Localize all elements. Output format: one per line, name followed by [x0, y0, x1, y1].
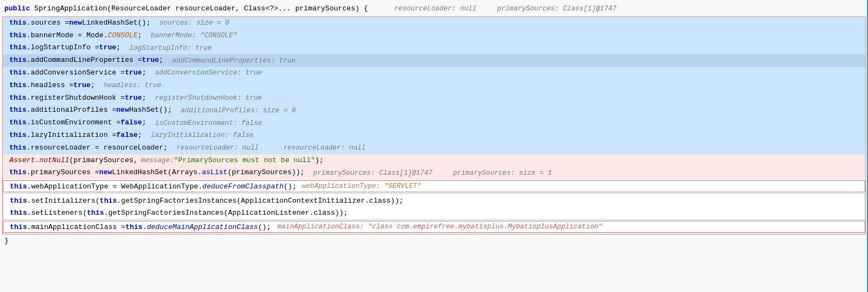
- line-set-listeners: this.setListeners(this.getSpringFactorie…: [10, 207, 860, 219]
- line-assert-notnull: Assert.notNull(primarySources, message: …: [3, 154, 865, 167]
- footer-line: }: [0, 234, 868, 247]
- line-lazy-init: this.lazyInitialization = false; lazyIni…: [3, 129, 865, 142]
- header-hint2: primarySources: Class[1]@1747: [497, 5, 617, 13]
- line-set-initializers: this.setInitializers(this.getSpringFacto…: [10, 194, 860, 207]
- line-custom-env: this.isCustomEnvironment = false; isCust…: [3, 117, 865, 129]
- line-headless: this.headless = true; headless: true: [3, 79, 865, 92]
- hint-custom-env: isCustomEnvironment: false: [155, 118, 262, 129]
- header-hint1: resourceLoader: null: [394, 5, 476, 13]
- header-line: public SpringApplication(ResourceLoader …: [0, 0, 868, 16]
- hint-sources: sources: size = 0: [159, 18, 229, 28]
- hint-primary-sources: primarySources: Class[1]@1747 primarySou…: [313, 168, 552, 179]
- hint-headless: headless: true: [104, 80, 161, 91]
- hint-conversion: addConversionService: true: [155, 67, 262, 78]
- line-sources: this.sources = new LinkedHashSet(); sour…: [3, 17, 865, 30]
- hint-banner: bannerMode: "CONSOLE": [151, 30, 237, 41]
- line-add-cmdline: this.addCommandLineProperties = true; ad…: [3, 54, 865, 67]
- line-shutdown-hook: this.registerShutdownHook = true; regist…: [3, 92, 865, 105]
- hint-lazy: lazyInitialization: false: [151, 130, 254, 141]
- hint-cmdline: addCommandLineProperties: true: [172, 55, 296, 66]
- line-conversion-service: this.addConversionService = true; addCon…: [3, 67, 865, 79]
- line-additional-profiles: this.additionalProfiles = new HashSet();…: [3, 104, 865, 117]
- line-banner-mode: this.bannerMode = Mode.CONSOLE; bannerMo…: [3, 30, 865, 42]
- hint-profiles: additionalProfiles: size = 0: [180, 105, 296, 116]
- hint-web-type: webApplicationType: "SERVLET": [302, 182, 422, 190]
- hint-resource-loader: resourceLoader: null resourceLoader: nul…: [177, 142, 366, 153]
- hint-main-class: mainApplicationClass: "class com.empiref…: [277, 223, 603, 231]
- line-web-app-type: this.webApplicationType = WebApplication…: [3, 180, 865, 192]
- code-block: this.sources = new LinkedHashSet(); sour…: [2, 16, 866, 234]
- line-initializers-listeners-group: this.setInitializers(this.getSpringFacto…: [3, 193, 865, 220]
- line-primary-sources: this.primarySources = new LinkedHashSet(…: [3, 167, 865, 179]
- header-public-kw: public: [4, 4, 35, 13]
- hint-shutdown: registerShutdownHook: true: [155, 93, 262, 104]
- hint-log-startup: logStartupInfo: true: [129, 43, 212, 54]
- line-resource-loader: this.resourceLoader = resourceLoader; re…: [3, 142, 865, 154]
- line-main-app-class: this.mainApplicationClass = this.deduceM…: [3, 221, 865, 233]
- header-method: SpringApplication(ResourceLoader resourc…: [35, 4, 368, 13]
- line-log-startup: this.logStartupInfo = true; logStartupIn…: [3, 42, 865, 54]
- editor-container: public SpringApplication(ResourceLoader …: [0, 0, 868, 292]
